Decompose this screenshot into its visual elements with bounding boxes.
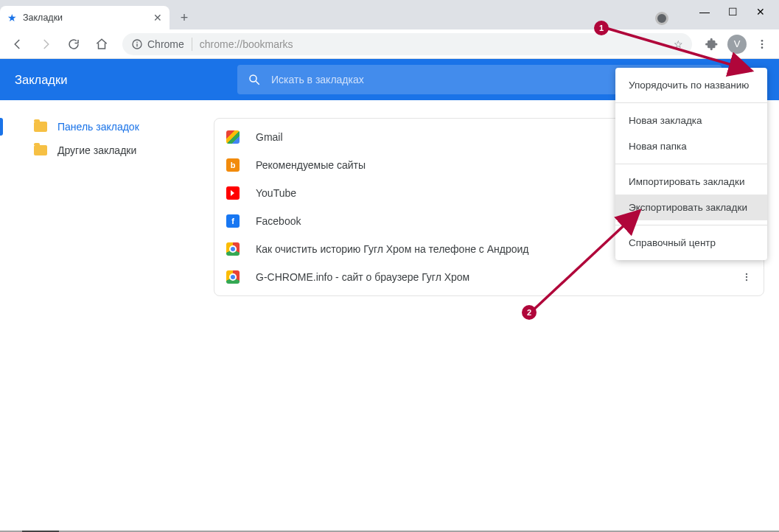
extensions-button[interactable] [701,33,723,55]
home-button[interactable] [90,32,113,56]
sidebar-item-label: Другие закладки [57,144,136,156]
sidebar-item-bookmarks-bar[interactable]: Панель закладок [0,115,214,139]
tab-title: Закладки [23,13,63,23]
menu-export-bookmarks[interactable]: Экспортировать закладки [615,195,767,220]
profile-avatar[interactable]: V [727,35,747,54]
facebook-icon: f [226,214,240,228]
maximize-icon[interactable]: ☐ [727,6,738,18]
bookmark-page-icon[interactable]: ☆ [674,38,683,50]
organize-menu: Упорядочить по названию Новая закладка Н… [615,68,767,260]
menu-separator [615,225,767,225]
minimize-icon[interactable]: — [699,6,710,18]
bookmark-tree: Панель закладок Другие закладки [0,100,214,532]
back-button[interactable] [6,32,29,56]
svg-point-5 [761,46,764,49]
new-tab-button[interactable]: + [174,7,195,28]
menu-new-folder[interactable]: Новая папка [615,133,767,159]
browser-toolbar: Chrome chrome://bookmarks ☆ V [0,29,779,59]
tab-close-icon[interactable]: ✕ [153,12,162,24]
bookmark-star-icon: ★ [7,12,17,24]
close-window-icon[interactable]: ✕ [755,6,766,18]
svg-rect-2 [136,43,137,46]
menu-new-bookmark[interactable]: Новая закладка [615,108,767,133]
bing-icon: b [226,158,240,172]
menu-help-center[interactable]: Справочный центр [615,230,767,256]
svg-line-7 [256,81,259,85]
search-icon [248,73,261,86]
folder-icon [34,145,47,155]
omnibox-separator [192,38,192,51]
active-tab[interactable]: ★ Закладки ✕ [0,6,170,29]
sidebar-item-label: Панель закладок [57,121,139,133]
window-titlebar: ★ Закладки ✕ + — ☐ ✕ [0,0,779,29]
svg-point-14 [746,273,747,275]
bookmark-label: Рекомендуемые сайты [256,159,366,171]
menu-sort-by-name[interactable]: Упорядочить по названию [615,72,767,98]
youtube-icon [226,186,240,200]
reload-button[interactable] [62,32,85,56]
bookmark-label: Gmail [256,131,283,143]
row-more-icon[interactable] [741,272,752,282]
forward-button[interactable] [34,32,57,56]
svg-point-3 [761,40,764,42]
address-bar[interactable]: Chrome chrome://bookmarks ☆ [122,33,692,55]
menu-import-bookmarks[interactable]: Импортировать закладки [615,169,767,195]
bookmark-label: YouTube [256,187,296,199]
url-text: chrome://bookmarks [200,38,293,50]
svg-point-1 [136,41,138,43]
menu-separator [615,164,767,164]
chrome-icon [226,270,240,284]
folder-icon [34,122,47,132]
chrome-icon [226,242,240,256]
site-info-icon[interactable]: Chrome [131,38,184,50]
gmail-icon [226,130,240,144]
svg-point-15 [746,276,747,278]
avatar-letter: V [734,38,741,49]
bookmark-label: Как очистить историю Гугл Хром на телефо… [256,243,529,255]
chrome-menu-button[interactable] [751,33,773,55]
menu-separator [615,102,767,103]
site-identity-label: Chrome [147,38,184,50]
svg-point-4 [761,43,764,45]
page-title: Закладки [15,73,228,87]
bookmark-label: G-CHROME.info - сайт о браузере Гугл Хро… [256,271,469,283]
window-controls: — ☐ ✕ [686,0,779,24]
annotation-badge-2: 2 [522,305,537,320]
sidebar-item-other-bookmarks[interactable]: Другие закладки [0,139,214,162]
annotation-badge-1: 1 [594,21,609,35]
svg-point-16 [746,279,747,281]
svg-point-6 [250,75,256,82]
bookmark-label: Facebook [256,215,301,227]
bookmark-row[interactable]: G-CHROME.info - сайт о браузере Гугл Хро… [214,263,764,291]
profile-indicator-icon [655,12,668,25]
